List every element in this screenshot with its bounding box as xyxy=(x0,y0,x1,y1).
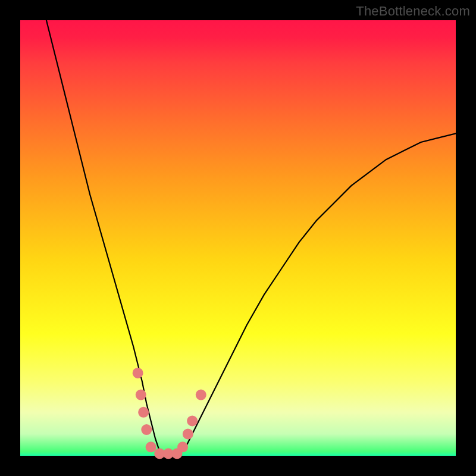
data-marker xyxy=(133,368,143,378)
plot-area xyxy=(20,20,456,456)
data-marker xyxy=(196,390,206,400)
series-line xyxy=(46,20,456,456)
data-marker xyxy=(183,428,193,439)
data-marker xyxy=(138,407,149,418)
markers-group xyxy=(133,368,206,459)
data-marker xyxy=(177,441,188,452)
data-marker xyxy=(136,390,146,400)
data-marker xyxy=(187,415,198,426)
chart-frame: TheBottleneck.com xyxy=(0,0,476,476)
data-marker xyxy=(146,441,156,452)
data-marker xyxy=(141,424,152,435)
chart-svg xyxy=(20,20,456,456)
watermark-text: TheBottleneck.com xyxy=(356,4,470,19)
